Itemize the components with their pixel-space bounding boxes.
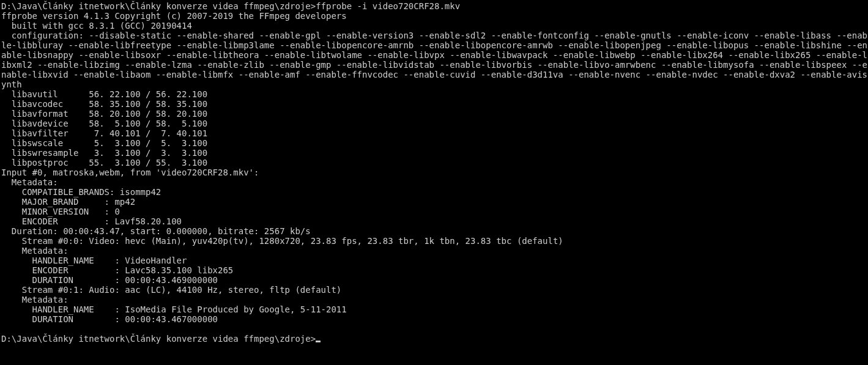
lib-libpostproc: libpostproc 55. 3.100 / 55. 3.100	[1, 158, 207, 168]
stream-0-duration: DURATION : 00:00:43.469000000	[1, 275, 218, 285]
lib-libavutil: libavutil 56. 22.100 / 56. 22.100	[1, 89, 207, 99]
lib-libavfilter: libavfilter 7. 40.101 / 7. 40.101	[1, 128, 207, 138]
meta-major-brand: MAJOR_BRAND : mp42	[1, 197, 135, 207]
stream-1-duration: DURATION : 00:00:43.467000000	[1, 314, 218, 324]
ffprobe-version: ffprobe version 4.1.3 Copyright (c) 2007…	[1, 11, 347, 21]
lib-libavformat: libavformat 58. 20.100 / 58. 20.100	[1, 109, 207, 119]
cursor-icon	[316, 341, 321, 342]
stream-1-metadata-header: Metadata:	[1, 295, 69, 304]
stream-0-video: Stream #0:0: Video: hevc (Main), yuv420p…	[1, 236, 563, 246]
stream-0-metadata-header: Metadata:	[1, 246, 69, 256]
metadata-header: Metadata:	[1, 177, 58, 187]
lib-libswresample: libswresample 3. 3.100 / 3. 3.100	[1, 148, 207, 158]
stream-0-encoder: ENCODER : Lavc58.35.100 libx265	[1, 265, 233, 275]
meta-encoder: ENCODER : Lavf58.20.100	[1, 216, 182, 226]
prompt-path: D:\Java\Články itnetwork\Články konverze…	[1, 1, 316, 11]
meta-compatible-brands: COMPATIBLE_BRANDS: isommp42	[1, 187, 161, 197]
duration-line: Duration: 00:00:43.47, start: 0.000000, …	[1, 226, 311, 236]
lib-libavcodec: libavcodec 58. 35.100 / 58. 35.100	[1, 99, 207, 109]
command-text: ffprobe -i video720CRF28.mkv	[316, 1, 460, 11]
stream-1-audio: Stream #0:1: Audio: aac (LC), 44100 Hz, …	[1, 285, 341, 295]
stream-0-handler: HANDLER_NAME : VideoHandler	[1, 256, 187, 265]
terminal-output[interactable]: D:\Java\Články itnetwork\Články konverze…	[0, 0, 868, 344]
lib-libavdevice: libavdevice 58. 5.100 / 58. 5.100	[1, 119, 207, 128]
prompt-path-2: D:\Java\Články itnetwork\Články konverze…	[1, 334, 316, 344]
lib-libswscale: libswscale 5. 3.100 / 5. 3.100	[1, 138, 207, 148]
configuration: configuration: --disable-static --enable…	[1, 31, 867, 89]
stream-1-handler: HANDLER_NAME : IsoMedia File Produced by…	[1, 304, 347, 314]
meta-minor-version: MINOR_VERSION : 0	[1, 207, 120, 216]
input-line: Input #0, matroska,webm, from 'video720C…	[1, 168, 259, 177]
built-with: built with gcc 8.3.1 (GCC) 20190414	[1, 21, 192, 31]
